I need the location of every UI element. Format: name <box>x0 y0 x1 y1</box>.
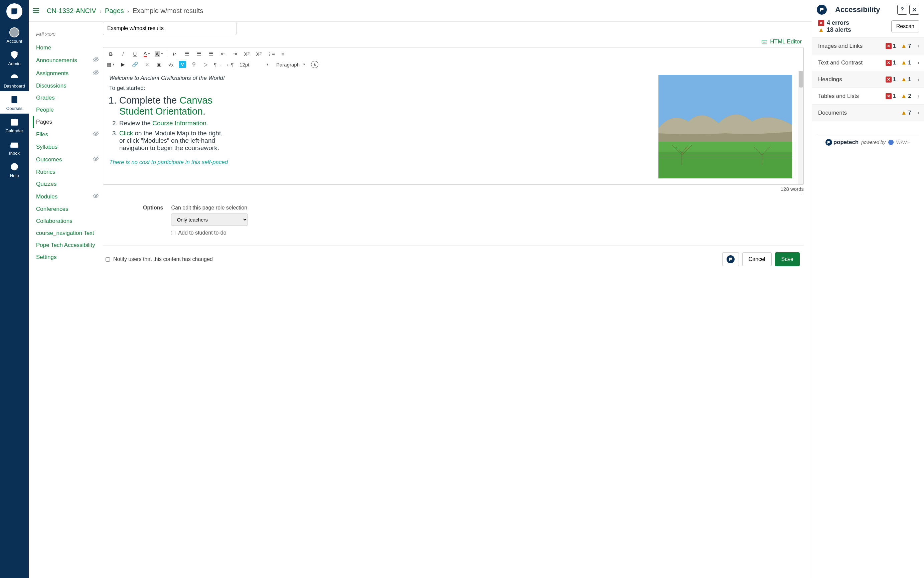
edit-role-select[interactable]: Only teachers <box>171 213 248 226</box>
rte-content[interactable]: Welcome to Ancient Civilizations of the … <box>103 71 798 184</box>
hamburger-button[interactable] <box>30 5 42 17</box>
course-nav-item[interactable]: Pope Tech Accessibility <box>36 239 103 251</box>
chevron-right-icon: › <box>918 110 919 116</box>
add-todo-label[interactable]: Add to student to-do <box>171 230 248 236</box>
html-editor-link[interactable]: HTML Editor <box>770 39 802 45</box>
gnav-admin[interactable]: Admin <box>0 46 29 69</box>
rescan-button[interactable]: Rescan <box>891 20 919 32</box>
editor-scrollbar[interactable] <box>798 71 803 184</box>
speedometer-icon <box>9 72 19 82</box>
image-button[interactable]: ▣ <box>155 60 163 69</box>
chevron-right-icon: › <box>918 76 919 83</box>
course-nav-item[interactable]: Pages <box>33 116 103 128</box>
outdent-button[interactable]: ⇤ <box>219 49 227 58</box>
a11y-close-button[interactable]: ✕ <box>909 5 919 15</box>
gnav-help[interactable]: ? Help <box>0 158 29 181</box>
chevron-right-icon: › <box>918 43 919 49</box>
popetech-button[interactable] <box>722 252 739 266</box>
video-button[interactable]: ▶ <box>118 60 127 69</box>
indent-button[interactable]: ⇥ <box>230 49 239 58</box>
hidden-icon <box>93 70 99 77</box>
a11y-category-row[interactable]: Tables and Lists✕ 1▲ 2› <box>812 88 924 105</box>
rtl-button[interactable]: ←¶ <box>225 60 234 69</box>
course-nav-item[interactable]: Grades <box>36 92 103 104</box>
italic-button[interactable]: I <box>118 49 127 58</box>
vimeo-button[interactable]: V <box>179 61 186 68</box>
text-color-button[interactable]: A▼ <box>143 49 151 58</box>
errors-count: 4 errors <box>827 19 849 26</box>
course-nav-item[interactable]: Quizzes <box>36 178 103 190</box>
block-format-select[interactable]: Paragraph▼ <box>274 62 308 68</box>
align-right-button[interactable]: ☰ <box>206 49 215 58</box>
course-nav-item[interactable]: Files <box>36 128 103 141</box>
bg-color-button[interactable]: A▼ <box>155 49 163 58</box>
equation-button[interactable]: √x <box>167 60 175 69</box>
youtube-button[interactable]: ▷ <box>201 60 210 69</box>
course-nav-item[interactable]: People <box>36 104 103 116</box>
clear-format-button[interactable]: I× <box>170 49 179 58</box>
step-2-link[interactable]: Course Information <box>152 120 206 127</box>
a11y-error-stat: ✕ 1 <box>885 76 898 83</box>
error-icon: ✕ <box>818 20 824 26</box>
notify-checkbox[interactable] <box>105 257 110 261</box>
gnav-courses[interactable]: Courses <box>0 91 29 114</box>
breadcrumb: CN-1332-ANCIV › Pages › Example w/most r… <box>47 7 203 15</box>
accessibility-checker-button[interactable]: ♿︎ <box>311 61 318 68</box>
page-title-input[interactable] <box>103 22 237 35</box>
add-todo-checkbox[interactable] <box>171 231 175 235</box>
course-nav-item[interactable]: Assignments <box>36 67 103 80</box>
cancel-button[interactable]: Cancel <box>742 252 772 266</box>
course-nav-label: course_navigation Text <box>36 230 94 237</box>
table-button[interactable]: ▦▼ <box>107 60 115 69</box>
a11y-category-row[interactable]: Headings✕ 1▲ 1› <box>812 71 924 88</box>
a11y-help-button[interactable]: ? <box>897 5 907 15</box>
accessibility-panel: Accessibility ? ✕ ✕4 errors ▲18 alerts R… <box>812 0 924 578</box>
course-nav-item[interactable]: Collaborations <box>36 215 103 227</box>
link-button[interactable]: 🔗 <box>131 60 139 69</box>
a11y-category-name: Text and Contrast <box>818 60 882 66</box>
course-nav-item[interactable]: Outcomes <box>36 153 103 166</box>
course-nav-item[interactable]: Rubrics <box>36 166 103 178</box>
a11y-category-name: Headings <box>818 76 882 83</box>
bullet-list-button[interactable]: ⋮≡ <box>267 49 275 58</box>
subscript-button[interactable]: X2 <box>255 49 263 58</box>
gnav-calendar[interactable]: Calendar <box>0 114 29 136</box>
number-list-button[interactable]: ≡ <box>279 49 287 58</box>
breadcrumb-pages[interactable]: Pages <box>105 7 124 15</box>
font-size-select[interactable]: 12pt▼ <box>238 62 271 68</box>
step-3: Click on the Module Map to the right, or… <box>119 130 230 152</box>
step-3-link[interactable]: Click <box>119 130 133 136</box>
a11y-category-row[interactable]: Documents▲ 7› <box>812 105 924 121</box>
gnav-dashboard[interactable]: Dashboard <box>0 69 29 91</box>
course-nav-item[interactable]: Settings <box>36 251 103 263</box>
embed-button[interactable]: ⚲ <box>190 60 198 69</box>
align-center-button[interactable]: ☰ <box>195 49 203 58</box>
underline-button[interactable]: U <box>131 49 139 58</box>
save-button[interactable]: Save <box>775 252 800 266</box>
breadcrumb-course[interactable]: CN-1332-ANCIV <box>47 7 96 15</box>
gnav-label: Inbox <box>9 151 20 156</box>
course-nav-item[interactable]: Home <box>36 42 103 54</box>
brand-logo[interactable] <box>6 3 23 19</box>
gnav-account[interactable]: Account <box>0 24 29 46</box>
unlink-button[interactable]: ⤫ <box>143 60 151 69</box>
bold-button[interactable]: B <box>107 49 115 58</box>
notify-label[interactable]: Notify users that this content has chang… <box>105 256 213 262</box>
gnav-inbox[interactable]: Inbox <box>0 136 29 158</box>
inbox-icon <box>9 139 19 149</box>
course-nav-item[interactable]: Announcements <box>36 54 103 67</box>
ltr-button[interactable]: ¶→ <box>214 60 222 69</box>
hidden-icon <box>93 57 99 64</box>
course-nav-item[interactable]: Syllabus <box>36 141 103 153</box>
resize-handle[interactable]: ⋰ <box>103 191 804 195</box>
course-nav-item[interactable]: course_navigation Text <box>36 227 103 239</box>
a11y-alert-stat: ▲ 2 <box>901 93 913 99</box>
course-nav-item[interactable]: Modules <box>36 190 103 203</box>
a11y-category-row[interactable]: Images and Links✕ 1▲ 7› <box>812 38 924 54</box>
align-left-button[interactable]: ☰ <box>182 49 191 58</box>
course-nav-item[interactable]: Conferences <box>36 203 103 215</box>
a11y-category-row[interactable]: Text and Contrast✕ 1▲ 1› <box>812 54 924 71</box>
course-nav-label: Conferences <box>36 206 68 213</box>
course-nav-item[interactable]: Discussions <box>36 80 103 92</box>
superscript-button[interactable]: X2 <box>243 49 251 58</box>
